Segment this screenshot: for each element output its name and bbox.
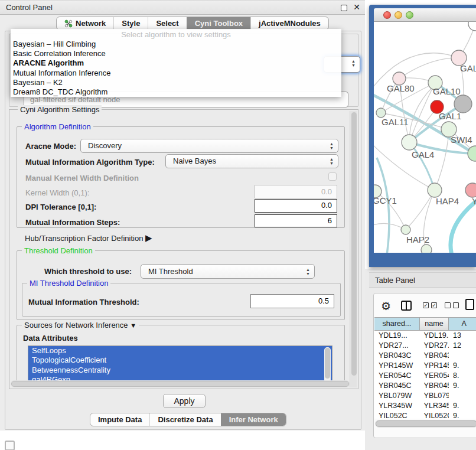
- network-node[interactable]: [402, 135, 417, 150]
- algorithm-option[interactable]: Dream8 DC_TDC Algorithm: [11, 87, 341, 97]
- unchecked-checkbox-icon[interactable]: [445, 302, 451, 308]
- network-node[interactable]: [421, 244, 432, 253]
- mi-threshold-field[interactable]: 0.5: [250, 294, 334, 308]
- kernel-width-label: Kernel Width (0,1):: [25, 188, 89, 197]
- network-node[interactable]: [428, 183, 442, 197]
- tab-network-label: Network: [76, 19, 106, 28]
- mi-threshold-box: MI Threshold Definition Mutual Informati…: [22, 283, 341, 317]
- column-header-partial[interactable]: A: [449, 318, 476, 330]
- table-cell: YDL19...: [374, 331, 420, 341]
- tab-infer-network[interactable]: Infer Network: [221, 413, 286, 426]
- close-icon[interactable]: ✕: [353, 2, 360, 12]
- algorithm-option[interactable]: Basic Correlation Inference: [11, 49, 341, 58]
- mi-type-select[interactable]: Naive Bayes ▲▼: [165, 154, 338, 168]
- float-window-icon[interactable]: [341, 5, 347, 11]
- table-row[interactable]: YBR043CYBR043C: [374, 351, 476, 361]
- mi-steps-field[interactable]: 6: [255, 214, 337, 227]
- algorithm-option[interactable]: ARACNE Algorithm: [11, 58, 341, 68]
- tab-network[interactable]: Network: [57, 17, 113, 30]
- table-cell: YBR045C: [374, 381, 420, 391]
- node-table: shared... name A YDL19...YDL19...13YDR27…: [374, 317, 476, 419]
- column-header-shared-name[interactable]: shared...: [374, 318, 420, 330]
- which-threshold-label: Which threshold to use:: [44, 267, 132, 276]
- algorithm-option[interactable]: Bayesian – K2: [11, 78, 341, 87]
- network-node[interactable]: [465, 183, 476, 197]
- zoom-light-icon[interactable]: [406, 11, 413, 19]
- split-columns-icon[interactable]: [401, 301, 412, 311]
- table-row[interactable]: YDL19...YDL19...13: [374, 331, 476, 341]
- unchecked-checkbox-icon[interactable]: [453, 302, 459, 308]
- aracne-mode-select[interactable]: Discovery ▲▼: [80, 139, 338, 153]
- hub-definition-toggle[interactable]: Hub/Transcription Factor Definition ▶: [25, 233, 152, 243]
- stepper-icon: ▲▼: [330, 142, 334, 150]
- control-panel-titlebar: Control Panel ✕: [0, 0, 365, 15]
- sources-box: Sources for Network Inference ▼ Data Att…: [17, 325, 345, 386]
- network-node[interactable]: [468, 22, 476, 31]
- new-document-icon[interactable]: [465, 299, 474, 310]
- table-row[interactable]: YER054CYER054C8.: [374, 371, 476, 381]
- checked-checkbox-icon[interactable]: ✓: [431, 302, 437, 308]
- network-node[interactable]: [376, 108, 386, 118]
- minimize-light-icon[interactable]: [395, 11, 402, 19]
- data-attribute-item[interactable]: BetweennessCentrality: [28, 366, 332, 375]
- node-label: GAL4: [412, 149, 434, 159]
- algorithm-option[interactable]: Bayesian – Hill Climbing: [11, 40, 341, 49]
- stepper-icon: ▲▼: [306, 268, 310, 276]
- settings-horizontal-scrollbar[interactable]: [11, 380, 350, 387]
- control-panel-window: Control Panel ✕ Network Style Select Cyn…: [0, 0, 365, 431]
- network-edge[interactable]: [399, 58, 459, 79]
- settings-vertical-scrollbar[interactable]: [350, 111, 357, 387]
- sources-toggle[interactable]: Sources for Network Inference ▼: [22, 321, 139, 330]
- sources-title: Sources for Network Inference: [24, 321, 128, 330]
- tab-cyni-toolbox[interactable]: Cyni Toolbox: [187, 17, 250, 30]
- table-cell: YBL079W: [420, 391, 449, 401]
- dpi-tolerance-label: DPI Tolerance [0,1]:: [25, 203, 96, 211]
- checked-checkbox-icon[interactable]: ✓: [423, 302, 429, 308]
- tab-style[interactable]: Style: [113, 17, 148, 30]
- threshold-definition-box: Threshold Definition Which threshold to …: [17, 250, 345, 320]
- list-scrollbar[interactable]: [324, 347, 331, 383]
- network-node[interactable]: [454, 95, 472, 113]
- which-threshold-select[interactable]: MI Threshold ▲▼: [141, 264, 315, 279]
- network-edge[interactable]: [451, 199, 476, 253]
- hub-definition-label: Hub/Transcription Factor Definition: [25, 234, 143, 243]
- tab-select[interactable]: Select: [148, 17, 186, 30]
- mi-threshold-box-title: MI Threshold Definition: [27, 279, 110, 288]
- manual-kernel-checkbox[interactable]: [328, 172, 337, 181]
- network-node[interactable]: [401, 225, 410, 234]
- table-horizontal-scrollbar[interactable]: [375, 420, 476, 428]
- table-row[interactable]: YPR145WYPR145W9.: [374, 361, 476, 371]
- table-row[interactable]: YBL079WYBL079W: [374, 391, 476, 401]
- algorithm-definition-title: Algorithm Definition: [22, 122, 93, 131]
- data-attribute-item[interactable]: SelfLoops: [28, 346, 332, 356]
- table-row[interactable]: YIL052CYIL052C9.: [374, 411, 476, 419]
- table-cell: YPR145W: [420, 361, 449, 371]
- dpi-tolerance-field[interactable]: 0.0: [255, 199, 337, 213]
- close-light-icon[interactable]: [383, 11, 391, 19]
- floating-panel-icon[interactable]: [5, 441, 15, 450]
- kernel-width-field[interactable]: 0.0: [255, 185, 337, 198]
- table-panel-title: Table Panel: [375, 273, 415, 288]
- network-node[interactable]: [468, 146, 476, 161]
- column-header-name[interactable]: name: [420, 318, 449, 330]
- which-threshold-value: MI Threshold: [148, 267, 193, 276]
- table-row[interactable]: YLR345WYLR345W9.: [374, 401, 476, 411]
- data-attribute-item[interactable]: TopologicalCoefficient: [28, 356, 332, 365]
- table-header: shared... name A: [374, 317, 476, 331]
- network-canvas[interactable]: GALGAL80GAL10GAL1GAL11SWI4GAL4GCY1HAP4YH…: [374, 22, 476, 253]
- network-edge[interactable]: [435, 129, 449, 190]
- algorithm-option[interactable]: Mutual Information Inference: [11, 69, 341, 78]
- aracne-mode-value: Discovery: [88, 141, 122, 150]
- network-icon: [64, 19, 73, 28]
- tab-jactivemnodules[interactable]: jActiveMNodules: [250, 17, 328, 30]
- node-label: GCY1: [374, 195, 397, 206]
- tab-impute-data[interactable]: Impute Data: [90, 413, 149, 426]
- tab-discretize-data[interactable]: Discretize Data: [149, 413, 220, 426]
- table-row[interactable]: YBR045CYBR045C9.: [374, 381, 476, 391]
- gear-icon[interactable]: ⚙: [381, 299, 391, 313]
- table-cell: YIL052C: [374, 411, 420, 419]
- apply-button[interactable]: Apply: [163, 394, 206, 408]
- table-panel: ⚙ ✓ ✓ shared... name A YDL19...YDL19...1…: [373, 293, 476, 438]
- table-row[interactable]: YDR27...YDR27...12: [374, 341, 476, 351]
- network-view-window[interactable]: GALGAL80GAL10GAL1GAL11SWI4GAL4GCY1HAP4YH…: [369, 5, 476, 267]
